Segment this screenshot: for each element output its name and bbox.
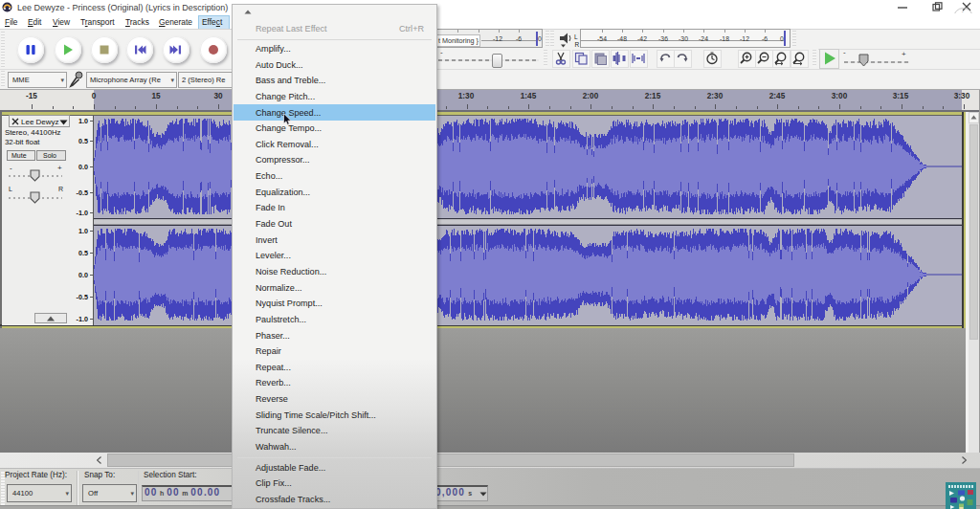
svg-text:L: L: [574, 33, 578, 40]
svg-text:R: R: [575, 41, 580, 48]
